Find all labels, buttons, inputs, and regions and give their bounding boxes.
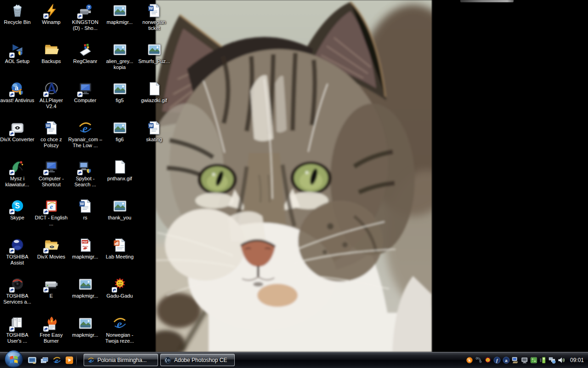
desktop[interactable]: Recycle BinAOL Setupaavast! AntivirusDiv… (0, 0, 588, 368)
desktop-icon-norwegian-twoja-reze[interactable]: eNorwegian - Twoja reze... (102, 316, 137, 344)
powerpoint-icon (112, 237, 128, 253)
quick-launch-show-desktop-icon[interactable] (28, 356, 37, 365)
icon-label: Recycle Bin (4, 19, 30, 25)
tray-badge-a-icon[interactable]: a (503, 356, 510, 364)
icon-label: mapkmigr... (107, 19, 133, 25)
desktop-icon-divx-movies[interactable]: DivX Movies (34, 237, 68, 260)
desktop-icon-lab-meeting[interactable]: Lab Meeting (102, 237, 137, 260)
quick-launch-internet-explorer-icon[interactable]: e (52, 356, 62, 365)
taskbar-button-adobe-photoshop-ce[interactable]: Adobe Photoshop CE (160, 354, 235, 366)
quick-launch-media-player-icon[interactable] (65, 356, 74, 365)
shortcut-arrow-icon (43, 248, 49, 253)
desktop-icon-dict-english[interactable]: eDICT - English ... (34, 198, 68, 227)
desktop-icon-toshiba-user-s[interactable]: TOSHIBA User's ... (0, 316, 34, 344)
desktop-icon-mapkmigr[interactable]: PDFAdobemapkmigr... (68, 237, 102, 260)
desktop-icon-free-easy-burner[interactable]: Free Easy Burner (34, 316, 68, 344)
desktop-icon-regcleanr[interactable]: RegCleanr (68, 42, 102, 64)
tray-monitor-icon[interactable] (521, 356, 528, 364)
desktop-icon-aol-setup[interactable]: AOL Setup (0, 42, 34, 64)
desktop-icon-allplayer-v2-4[interactable]: ALLPlayer V2.4 (34, 81, 68, 109)
taskbar-clock[interactable]: 09:01 (570, 357, 584, 363)
desktop-icon-gwiazdki-gif[interactable]: gwiazdki.gif (137, 81, 171, 104)
desktop-icon-avast-antivirus[interactable]: aavast! Antivirus (0, 81, 34, 104)
icon-label: Skype (10, 215, 24, 221)
desktop-icon-toshiba-assist[interactable]: TOSHIBA Assist (0, 237, 34, 266)
desktop-icon-divx-converter[interactable]: DivX Converter (0, 120, 34, 143)
desktop-icon-kingston-d-sho[interactable]: ?KINGSTON (D) - Sho... (68, 3, 102, 31)
icon-label: Free Easy Burner (34, 332, 68, 344)
system-tray: afa 09:01 (466, 352, 586, 368)
shortcut-arrow-icon (112, 287, 117, 293)
desktop-icon-skating[interactable]: Wskating (137, 120, 171, 143)
winamp-icon (44, 3, 59, 18)
icon-label: pnthanx.gif (107, 176, 132, 182)
icon-label: RegCleanr (73, 58, 97, 64)
word-icon: W (78, 198, 93, 214)
shortcut-arrow-icon (43, 13, 49, 19)
tray-phone-icon[interactable] (475, 356, 482, 364)
divx-converter-icon (10, 120, 25, 136)
desktop-icon-alien-grey-kopia[interactable]: alien_grey... kopia (102, 42, 137, 70)
desktop-icon-pnthanx-gif[interactable]: pnthanx.gif (102, 159, 137, 182)
desktop-icon-fig5[interactable]: fig5 (102, 81, 137, 104)
gadu-gadu-icon (112, 276, 128, 292)
tray-volume-icon[interactable] (558, 356, 565, 364)
icon-label: Lab Meeting (106, 254, 134, 260)
desktop-icon-winamp[interactable]: Winamp (34, 3, 68, 25)
shortcut-arrow-icon (9, 287, 15, 293)
icon-label: DICT - English ... (34, 215, 68, 227)
desktop-icon-computer-shortcut[interactable]: Computer - Shortcut (34, 159, 68, 188)
picture-icon (112, 120, 128, 136)
dict-icon: e (44, 198, 59, 214)
desktop-icon-smurfs-puz[interactable]: Smurfs_Puz... (137, 42, 171, 64)
word-icon: W (147, 3, 162, 18)
desktop-icon-spybot-search[interactable]: Spybot - Search ... (68, 159, 102, 188)
tray-green-window-icon[interactable] (530, 356, 537, 364)
desktop-icon-e[interactable]: E (34, 276, 68, 299)
svg-text:a: a (469, 358, 471, 362)
drive-icon (44, 276, 59, 292)
taskbar-button-label: Polonia Birmingha... (97, 357, 147, 363)
desktop-icon-thank-you[interactable]: thank_you (102, 198, 137, 221)
desktop-icon-mysz-i-klawiatur[interactable]: Mysz i klawiatur... (0, 159, 34, 188)
word-icon: W (44, 120, 59, 136)
desktop-icon-co-chce-z-polszy[interactable]: Wco chce z Polszy (34, 120, 68, 149)
tray-avast-icon[interactable]: a (466, 356, 473, 364)
desktop-icon-mapkmigr[interactable]: mapkmigr... (68, 276, 102, 299)
icon-label: E (50, 293, 53, 299)
svg-text:W: W (149, 6, 153, 11)
desktop-icon-skype[interactable]: SSkype (0, 198, 34, 221)
icon-label: norwegian ticket (137, 19, 171, 31)
tray-power-icon[interactable] (539, 356, 547, 364)
picture-icon (78, 316, 93, 331)
toshiba-services-icon (10, 276, 25, 292)
desktop-icon-mapkmigr[interactable]: mapkmigr... (68, 316, 102, 338)
desktop-icon-ryanair-com-the-low[interactable]: eRyanair_com – The Low ... (68, 120, 102, 149)
folder-icon (44, 42, 59, 58)
shortcut-arrow-icon (9, 52, 15, 58)
icon-label: ALLPlayer V2.4 (34, 98, 68, 109)
icon-label: KINGSTON (D) - Sho... (68, 19, 102, 31)
tray-network-icon[interactable] (548, 356, 556, 364)
desktop-icon-norwegian-ticket[interactable]: Wnorwegian ticket (137, 3, 171, 31)
desktop-icon-rs[interactable]: Wrs (68, 198, 102, 221)
desktop-icon-gadu-gadu[interactable]: Gadu-Gadu (102, 276, 137, 299)
avast-icon: a (10, 81, 25, 97)
aol-icon (10, 42, 25, 58)
desktop-icon-fig6[interactable]: fig6 (102, 120, 137, 143)
desktop-icon-computer[interactable]: Computer (68, 81, 102, 104)
desktop-icon-recycle-bin[interactable]: Recycle Bin (0, 3, 34, 25)
icon-label: Spybot - Search ... (68, 176, 102, 188)
tray-gadu-gadu-icon[interactable] (484, 356, 492, 364)
shortcut-arrow-icon (77, 13, 83, 19)
desktop-icon-backups[interactable]: Backups (34, 42, 68, 64)
desktop-icon-toshiba-services-a[interactable]: TOSHIBA Services a... (0, 276, 34, 305)
start-button[interactable] (4, 349, 24, 368)
taskbar-button-polonia-birmingha[interactable]: ePolonia Birmingha... (84, 354, 158, 366)
desktop-icon-mapkmigr[interactable]: mapkmigr... (102, 3, 137, 25)
quick-launch-switch-windows-icon[interactable] (40, 356, 49, 365)
usb-drive-icon: ? (78, 3, 93, 18)
internet-explorer-icon: e (87, 356, 95, 364)
tray-computer-icon[interactable] (512, 356, 519, 364)
tray-badge-f-icon[interactable]: f (493, 356, 501, 364)
